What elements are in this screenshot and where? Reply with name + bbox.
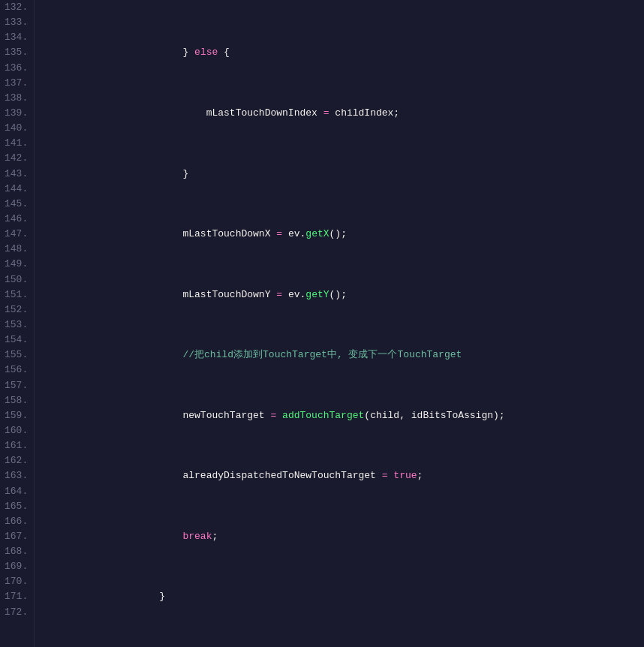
ln-150: 150. <box>5 272 28 287</box>
ln-165: 165. <box>5 499 28 514</box>
ln-162: 162. <box>5 453 28 468</box>
ln-156: 156. <box>5 363 28 378</box>
ln-163: 163. <box>5 468 28 483</box>
ln-164: 164. <box>5 484 28 499</box>
ln-170: 170. <box>5 574 28 589</box>
ln-151: 151. <box>5 287 28 302</box>
code-line-141: } <box>42 589 644 604</box>
line-numbers: 132. 133. 134. 135. 136. 137. 138. 139. … <box>0 0 35 647</box>
code-line-138: newTouchTarget = addTouchTarget(child, i… <box>42 408 644 423</box>
ln-154: 154. <box>5 333 28 348</box>
code-line-137: //把child添加到TouchTarget中, 变成下一个TouchTarge… <box>42 348 644 363</box>
ln-141: 141. <box>5 136 28 151</box>
ln-132: 132. <box>5 0 28 15</box>
ln-148: 148. <box>5 242 28 257</box>
ln-147: 147. <box>5 227 28 242</box>
ln-144: 144. <box>5 182 28 197</box>
ln-137: 137. <box>5 76 28 91</box>
ln-133: 133. <box>5 15 28 30</box>
ln-169: 169. <box>5 559 28 574</box>
ln-160: 160. <box>5 423 28 438</box>
ln-157: 157. <box>5 378 28 393</box>
ln-140: 140. <box>5 121 28 136</box>
ln-145: 145. <box>5 197 28 212</box>
code-line-134: } <box>42 167 644 182</box>
code-line-139: alreadyDispatchedToNewTouchTarget = true… <box>42 468 644 483</box>
ln-166: 166. <box>5 514 28 529</box>
ln-159: 159. <box>5 408 28 423</box>
ln-153: 153. <box>5 317 28 333</box>
ln-171: 171. <box>5 589 28 604</box>
ln-135: 135. <box>5 45 28 60</box>
ln-172: 172. <box>5 605 28 620</box>
ln-143: 143. <box>5 167 28 182</box>
ln-158: 158. <box>5 393 28 408</box>
ln-155: 155. <box>5 348 28 363</box>
ln-149: 149. <box>5 257 28 272</box>
code-line-140: break; <box>42 529 644 544</box>
ln-136: 136. <box>5 61 28 76</box>
code-content[interactable]: } else { mLastTouchDownIndex = childInde… <box>35 0 644 647</box>
code-line-136: mLastTouchDownY = ev.getY(); <box>42 287 644 302</box>
ln-161: 161. <box>5 438 28 453</box>
code-editor: 132. 133. 134. 135. 136. 137. 138. 139. … <box>0 0 644 647</box>
ln-138: 138. <box>5 91 28 106</box>
ln-134: 134. <box>5 30 28 45</box>
code-line-135: mLastTouchDownX = ev.getX(); <box>42 227 644 242</box>
code-line-133: mLastTouchDownIndex = childIndex; <box>42 106 644 121</box>
ln-139: 139. <box>5 106 28 121</box>
ln-168: 168. <box>5 544 28 559</box>
ln-152: 152. <box>5 302 28 317</box>
ln-142: 142. <box>5 151 28 166</box>
ln-167: 167. <box>5 529 28 544</box>
ln-146: 146. <box>5 212 28 227</box>
code-line-132: } else { <box>42 45 644 60</box>
